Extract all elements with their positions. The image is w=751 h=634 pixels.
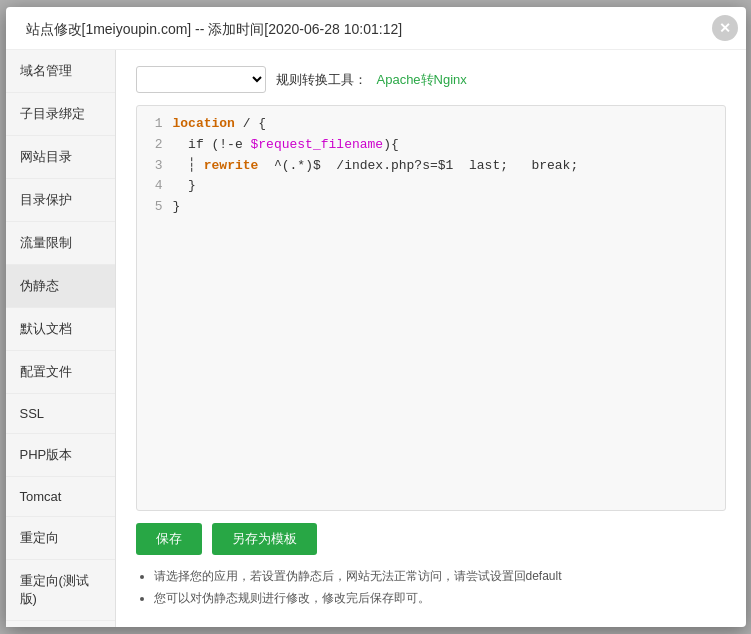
tool-label: 规则转换工具： xyxy=(276,71,367,89)
line-content: } xyxy=(173,176,725,197)
sidebar-item-3[interactable]: 目录保护 xyxy=(6,179,115,222)
sidebar-item-10[interactable]: Tomcat xyxy=(6,477,115,517)
apache-to-nginx-link[interactable]: Apache转Nginx xyxy=(377,71,467,89)
line-content: ┆ rewrite ^(.*)$ /index.php?s=$1 last; b… xyxy=(173,156,725,177)
sidebar-item-2[interactable]: 网站目录 xyxy=(6,136,115,179)
line-number: 5 xyxy=(137,197,173,218)
code-line: 1location / { xyxy=(137,114,725,135)
modal-title: 站点修改[1meiyoupin.com] -- 添加时间[2020-06-28 … xyxy=(26,21,403,37)
rule-select[interactable] xyxy=(136,66,266,93)
code-line: 3 ┆ rewrite ^(.*)$ /index.php?s=$1 last;… xyxy=(137,156,725,177)
toolbar-row: 规则转换工具： Apache转Nginx xyxy=(136,66,726,93)
line-number: 3 xyxy=(137,156,173,177)
modal-body: 域名管理子目录绑定网站目录目录保护流量限制伪静态默认文档配置文件SSLPHP版本… xyxy=(6,50,746,627)
code-line: 4 } xyxy=(137,176,725,197)
save-as-button[interactable]: 另存为模板 xyxy=(212,523,317,555)
content-area: 规则转换工具： Apache转Nginx 1location / {2 if (… xyxy=(116,50,746,627)
modal-header: 站点修改[1meiyoupin.com] -- 添加时间[2020-06-28 … xyxy=(6,7,746,50)
sidebar-item-5[interactable]: 伪静态 xyxy=(6,265,115,308)
button-row: 保存 另存为模板 xyxy=(136,523,726,555)
close-icon: ✕ xyxy=(719,20,731,36)
sidebar-item-13[interactable]: 反向代理 xyxy=(6,621,115,627)
sidebar-item-7[interactable]: 配置文件 xyxy=(6,351,115,394)
close-button[interactable]: ✕ xyxy=(712,15,738,41)
code-editor[interactable]: 1location / {2 if (!-e $request_filename… xyxy=(136,105,726,511)
note-item: 您可以对伪静态规则进行修改，修改完后保存即可。 xyxy=(154,589,726,607)
line-number: 2 xyxy=(137,135,173,156)
line-content: } xyxy=(173,197,725,218)
save-button[interactable]: 保存 xyxy=(136,523,202,555)
sidebar-item-6[interactable]: 默认文档 xyxy=(6,308,115,351)
modal: ✕ 站点修改[1meiyoupin.com] -- 添加时间[2020-06-2… xyxy=(6,7,746,627)
sidebar-item-4[interactable]: 流量限制 xyxy=(6,222,115,265)
code-line: 5} xyxy=(137,197,725,218)
sidebar-item-1[interactable]: 子目录绑定 xyxy=(6,93,115,136)
line-number: 4 xyxy=(137,176,173,197)
notes-section: 请选择您的应用，若设置伪静态后，网站无法正常访问，请尝试设置回default您可… xyxy=(136,567,726,611)
line-content: location / { xyxy=(173,114,725,135)
sidebar-item-8[interactable]: SSL xyxy=(6,394,115,434)
code-line: 2 if (!-e $request_filename){ xyxy=(137,135,725,156)
sidebar: 域名管理子目录绑定网站目录目录保护流量限制伪静态默认文档配置文件SSLPHP版本… xyxy=(6,50,116,627)
sidebar-item-12[interactable]: 重定向(测试版) xyxy=(6,560,115,621)
note-item: 请选择您的应用，若设置伪静态后，网站无法正常访问，请尝试设置回default xyxy=(154,567,726,585)
sidebar-item-0[interactable]: 域名管理 xyxy=(6,50,115,93)
line-number: 1 xyxy=(137,114,173,135)
sidebar-item-9[interactable]: PHP版本 xyxy=(6,434,115,477)
line-content: if (!-e $request_filename){ xyxy=(173,135,725,156)
sidebar-item-11[interactable]: 重定向 xyxy=(6,517,115,560)
